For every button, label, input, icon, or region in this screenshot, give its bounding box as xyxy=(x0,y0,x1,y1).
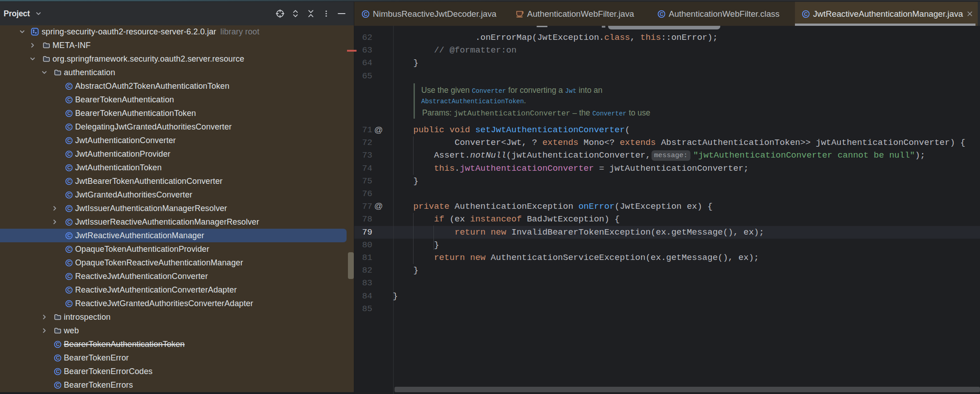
svg-text:C: C xyxy=(67,124,71,130)
svg-text:C: C xyxy=(67,301,71,306)
svg-text:C: C xyxy=(67,138,71,143)
svg-text:C: C xyxy=(67,111,71,116)
svg-text:C: C xyxy=(364,11,368,17)
svg-text:C: C xyxy=(804,11,808,17)
svg-text:C: C xyxy=(56,341,60,347)
svg-text:C: C xyxy=(56,355,60,360)
svg-text:C: C xyxy=(67,219,71,225)
svg-text:C: C xyxy=(56,382,60,388)
svg-text:C: C xyxy=(67,287,71,293)
svg-text:C: C xyxy=(67,178,71,184)
svg-text:C: C xyxy=(67,246,71,252)
svg-text:C: C xyxy=(56,369,60,374)
svg-text:C: C xyxy=(67,165,71,170)
svg-text:C: C xyxy=(67,83,71,89)
svg-text:C: C xyxy=(660,11,664,17)
svg-text:C: C xyxy=(67,151,71,157)
svg-text:C: C xyxy=(67,192,71,197)
svg-text:C: C xyxy=(67,274,71,279)
svg-text:C: C xyxy=(67,97,71,102)
svg-text:C: C xyxy=(67,260,71,265)
svg-text:C: C xyxy=(67,233,71,238)
svg-text:C: C xyxy=(67,206,71,211)
